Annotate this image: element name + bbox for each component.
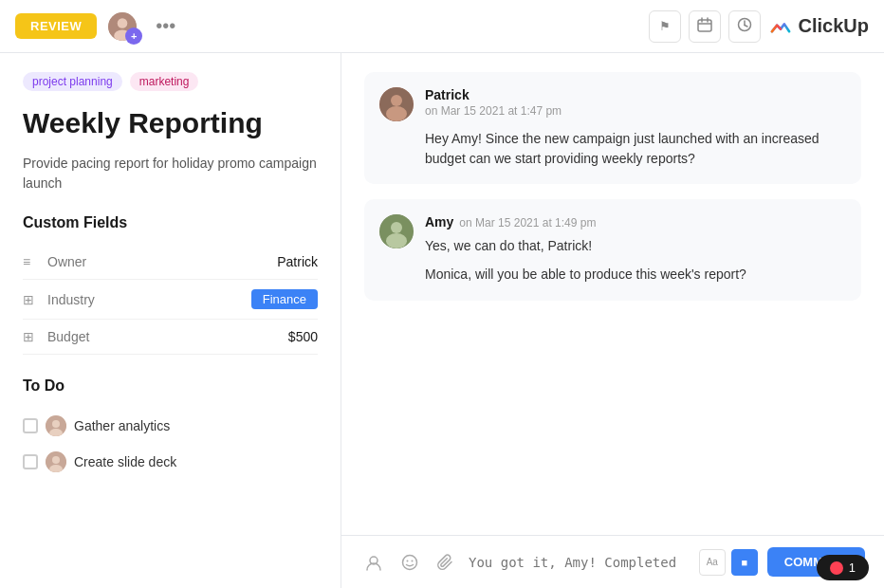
tag-marketing: marketing [130,72,199,91]
flag-icon: ⚑ [659,19,671,33]
svg-point-26 [412,560,414,561]
top-header: REVIEW + ••• ⚑ [0,0,884,53]
comment-row-body-1b: Monica, will you be able to produce this… [425,264,846,285]
comment-row-header-1: Amy on Mar 15 2021 at 1:49 pm [425,214,846,230]
comment-header-0: Patrick on Mar 15 2021 at 1:47 pm [379,87,846,121]
comment-card-0: Patrick on Mar 15 2021 at 1:47 pm Hey Am… [364,72,861,184]
comment-input-bar: Aa ■ COMMENT [341,535,884,588]
comment-avatar-0 [379,87,414,121]
header-right: ⚑ [649,10,869,43]
todo-checkbox-0[interactable] [23,418,38,433]
main-content: project planning marketing Weekly Report… [0,53,884,588]
todo-item-1: Create slide deck [23,444,318,480]
avatar-group: + [106,10,138,43]
tags-container: project planning marketing [23,72,318,91]
industry-field-icon: ⊞ [23,292,38,307]
budget-field-label: Budget [47,329,288,344]
svg-point-21 [386,233,407,248]
comment-row-time-1: on Mar 15 2021 at 1:49 pm [459,216,596,230]
tag-project-planning: project planning [23,72,122,91]
field-row-owner: ≡ Owner Patrick [23,245,318,280]
todo-item-0: Gather analytics [23,408,318,444]
todo-checkbox-1[interactable] [23,454,38,469]
comments-area: Patrick on Mar 15 2021 at 1:47 pm Hey Am… [341,53,884,535]
budget-field-value: $500 [288,329,318,344]
comment-card-1: Amy on Mar 15 2021 at 1:49 pm Yes, we ca… [364,199,861,301]
svg-point-18 [386,106,407,121]
left-panel: project planning marketing Weekly Report… [0,53,341,588]
industry-field-label: Industry [47,292,251,307]
comment-time-0: on Mar 15 2021 at 1:47 pm [425,104,562,118]
svg-point-25 [407,560,409,561]
comment-row-content-1: Amy on Mar 15 2021 at 1:49 pm Yes, we ca… [425,214,846,285]
todo-text-0: Gather analytics [74,418,170,433]
input-right-icons: Aa ■ [699,549,758,576]
comment-row-1: Amy on Mar 15 2021 at 1:49 pm Yes, we ca… [379,214,846,285]
format-button-2[interactable]: ■ [731,549,758,576]
custom-fields-section: Custom Fields ≡ Owner Patrick ⊞ Industry… [23,214,318,355]
comment-body-0: Hey Amy! Since the new campaign just lau… [379,129,846,169]
more-options-button[interactable]: ••• [148,11,183,41]
custom-fields-title: Custom Fields [23,214,318,231]
clock-icon-button[interactable] [728,10,761,43]
todo-section: To Do Gather analytics [23,377,318,480]
right-panel: Patrick on Mar 15 2021 at 1:47 pm Hey Am… [341,53,884,588]
comment-row-avatar-1 [379,214,414,248]
format-button-1[interactable]: Aa [699,549,726,576]
comment-meta-0: Patrick on Mar 15 2021 at 1:47 pm [425,87,562,118]
svg-point-24 [403,555,417,569]
header-left: REVIEW + ••• [15,10,183,43]
comment-row-author-1: Amy [425,214,453,230]
svg-point-11 [52,420,60,428]
add-avatar-button[interactable]: + [125,28,142,45]
owner-field-value: Patrick [277,254,318,269]
svg-point-14 [52,456,60,464]
todo-avatar-1 [46,451,66,472]
svg-rect-3 [698,20,711,31]
field-row-budget: ⊞ Budget $500 [23,320,318,355]
emoji-icon-button[interactable] [396,549,423,576]
calendar-icon-button[interactable] [689,10,721,43]
svg-point-17 [391,95,402,106]
clickup-logo: ClickUp [768,14,869,39]
todo-title: To Do [23,377,318,395]
todo-avatar-0 [46,415,66,436]
attach-icon-button[interactable] [433,549,459,576]
clock-icon [737,17,752,35]
calendar-icon [697,17,712,35]
field-row-industry: ⊞ Industry Finance [23,280,318,320]
comment-input[interactable] [469,555,690,570]
page-title: Weekly Reporting [23,106,318,140]
todo-text-1: Create slide deck [74,454,176,469]
svg-line-9 [745,26,747,28]
budget-field-icon: ⊞ [23,329,38,344]
svg-point-20 [391,222,402,233]
person-icon-button[interactable] [360,549,387,576]
flag-icon-button[interactable]: ⚑ [649,10,681,43]
svg-point-1 [118,18,128,28]
comment-author-0: Patrick [425,87,562,102]
owner-field-label: Owner [47,254,277,269]
owner-field-icon: ≡ [23,254,38,269]
description: Provide pacing report for holiday promo … [23,154,318,193]
comment-row-body-1a: Yes, we can do that, Patrick! [425,235,846,256]
logo-text: ClickUp [799,15,869,37]
industry-field-value: Finance [251,289,318,309]
review-button[interactable]: REVIEW [15,13,97,39]
